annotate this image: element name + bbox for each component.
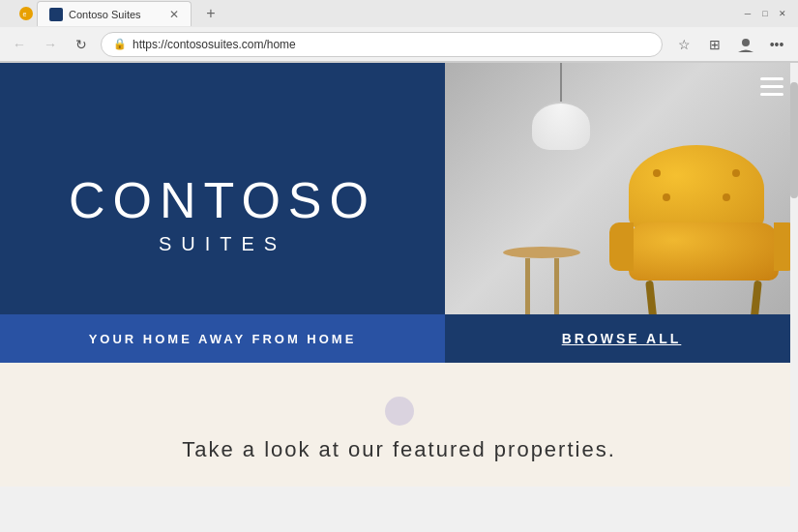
hero-section: CONTOSO SUITES [0,63,798,363]
tab-bar: e Contoso Suites ✕ + [19,1,732,26]
brand-subtitle: SUITES [159,233,286,255]
chair-button-3 [663,193,670,201]
address-bar: ← → ↻ 🔒 https://contososuites.com/home ☆… [0,27,798,62]
lock-icon: 🔒 [113,38,127,50]
window-buttons: ─ □ ✕ [740,6,790,21]
featured-section: Take a look at our featured properties. [0,363,798,487]
active-tab[interactable]: Contoso Suites ✕ [37,1,192,26]
browse-all-label: BROWSE ALL [562,331,682,346]
pendant-light [532,63,590,150]
banner-tagline: YOUR HOME AWAY FROM HOME [89,332,357,346]
chair [629,145,779,329]
chair-button-2 [732,169,740,177]
table-leg-right [554,258,559,316]
hamburger-line-3 [760,93,783,96]
tab-title: Contoso Suites [69,9,141,20]
maximize-button[interactable]: □ [757,6,773,21]
featured-description: Take a look at our featured properties. [19,437,779,462]
pendant-cord [560,63,562,102]
hamburger-lines [760,77,783,96]
reader-button[interactable]: ⊞ [701,31,728,58]
close-button[interactable]: ✕ [775,6,790,21]
forward-button[interactable]: → [39,33,62,56]
tab-favicon [49,8,63,21]
scroll-indicator [19,397,779,426]
chair-arm-left [609,222,634,271]
browse-all-button[interactable]: BROWSE ALL [445,314,798,363]
chair-button-4 [723,193,730,201]
svg-point-2 [742,39,750,46]
title-bar: e Contoso Suites ✕ + ─ □ ✕ [0,0,798,27]
hamburger-line-2 [760,85,783,88]
star-button[interactable]: ☆ [670,31,697,58]
pendant-shade [532,102,590,150]
chair-button-1 [653,169,661,177]
browser-chrome: e Contoso Suites ✕ + ─ □ ✕ ← → ↻ 🔒 https… [0,0,798,63]
minimize-button[interactable]: ─ [740,6,755,21]
website-content: CONTOSO SUITES [0,63,798,504]
tab-close-button[interactable]: ✕ [169,8,179,21]
hamburger-menu[interactable] [760,77,783,96]
table-top [503,247,580,258]
new-tab-button[interactable]: + [199,2,222,25]
browser-actions: ☆ ⊞ ••• [670,31,790,58]
side-table [503,247,580,324]
url-text: https://contososuites.com/home [133,38,296,51]
back-button[interactable]: ← [8,33,31,56]
scrollbar-thumb[interactable] [790,82,798,198]
table-legs [503,258,580,316]
hamburger-line-1 [760,77,783,80]
chair-seat [629,222,779,281]
url-input[interactable]: 🔒 https://contososuites.com/home [101,32,663,57]
chair-back [629,145,764,232]
refresh-button[interactable]: ↻ [70,33,93,56]
browser-icon: e [19,7,33,20]
scroll-dot [385,397,414,426]
table-leg-left [525,258,530,316]
hero-banner: YOUR HOME AWAY FROM HOME BROWSE ALL [0,314,798,363]
profile-button[interactable] [732,31,759,58]
more-button[interactable]: ••• [763,31,790,58]
svg-text:e: e [23,11,27,17]
scrollbar[interactable] [790,63,798,504]
banner-left: YOUR HOME AWAY FROM HOME [0,314,445,363]
brand-name: CONTOSO [69,171,376,229]
